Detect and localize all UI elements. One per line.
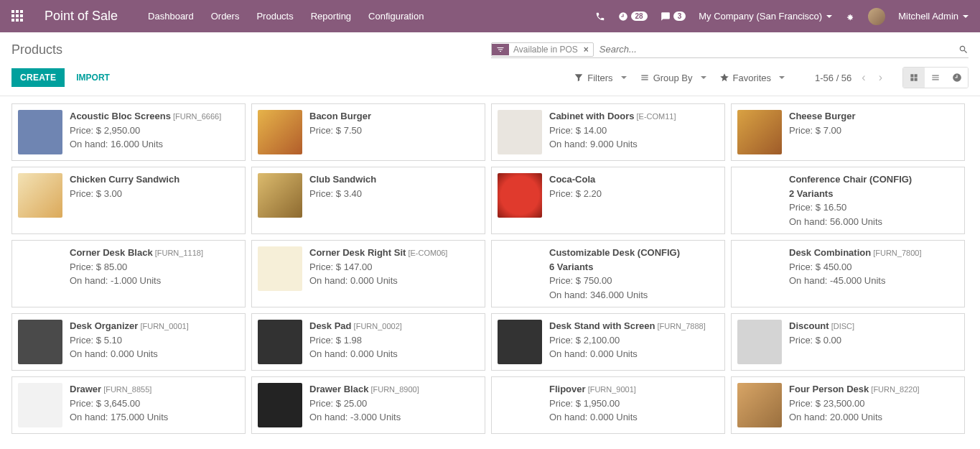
pager: 1-56 / 56 ‹ › [815,68,885,87]
product-code: [E-COM06] [406,249,447,257]
facet-remove[interactable]: × [582,45,593,55]
product-name: Acoustic Bloc Screens [70,111,171,121]
product-card[interactable]: Customizable Desk (CONFIG)6 VariantsPric… [491,240,725,307]
view-kanban[interactable] [903,68,925,88]
control-panel-bottom: CREATE IMPORT Filters Group By Favorites… [0,63,980,96]
product-code: [FURN_7800] [871,249,921,257]
product-thumb [737,173,782,218]
pager-value[interactable]: 1-56 / 56 [815,73,851,83]
product-card[interactable]: Bacon BurgerPrice: $ 7.50 [251,103,485,161]
product-thumb [18,246,62,291]
product-code: [FURN_1118] [153,249,203,257]
product-card[interactable]: Desk Organizer [FURN_0001]Price: $ 5.10O… [11,313,246,371]
product-card[interactable]: Acoustic Bloc Screens [FURN_6666]Price: … [11,103,246,161]
debug-icon[interactable] [845,11,855,22]
product-name: Four Person Desk [789,384,869,394]
activities-count: 28 [631,11,648,21]
activities-icon[interactable]: 28 [618,11,648,22]
product-price: Price: $ 1,950.00 [549,397,638,410]
product-card[interactable]: Drawer Black [FURN_8900]Price: $ 25.00On… [251,376,485,434]
product-card[interactable]: Desk Stand with Screen [FURN_7888]Price:… [491,313,725,371]
user-avatar[interactable] [868,8,885,25]
app-brand[interactable]: Point of Sale [45,9,118,24]
product-price: Price: $ 3,645.00 [70,397,168,410]
product-card[interactable]: Conference Chair (CONFIG)2 VariantsPrice… [731,167,965,234]
product-card[interactable]: Corner Desk Right Sit [E-COM06]Price: $ … [251,240,485,307]
star-icon [719,73,729,83]
product-code: [FURN_8900] [368,385,419,394]
product-code: [FURN_7888] [655,322,705,330]
view-activity[interactable] [946,68,968,88]
search-icon[interactable] [958,44,969,55]
product-name: Customizable Desk (CONFIG) [549,247,680,258]
pager-next[interactable]: › [876,68,885,87]
import-button[interactable]: IMPORT [67,68,118,87]
product-thumb [258,110,302,154]
phone-icon[interactable] [595,11,605,22]
facet-label: Available in POS [509,43,582,56]
product-onhand: On hand: -1.000 Units [70,274,203,287]
funnel-icon [574,73,584,83]
product-price: Price: $ 23,500.00 [789,397,920,410]
product-thumb [737,320,782,364]
product-variants: 6 Variants [549,261,680,274]
product-price: Price: $ 0.00 [789,334,854,347]
product-thumb [498,110,542,154]
product-card[interactable]: Flipover [FURN_9001]Price: $ 1,950.00On … [491,376,725,434]
product-name: Flipover [549,384,586,394]
product-code: [FURN_8855] [101,385,151,394]
discuss-icon[interactable]: 3 [661,11,686,22]
nav-orders[interactable]: Orders [202,11,248,22]
view-list[interactable] [925,68,946,88]
product-thumb [258,383,302,427]
product-code: [FURN_6666] [171,112,221,121]
product-thumb [258,320,302,364]
product-card[interactable]: Cabinet with Doors [E-COM11]Price: $ 14.… [491,103,725,161]
search-bar[interactable]: Available in POS × [491,41,969,58]
product-code: [DISC] [829,322,854,330]
product-price: Price: $ 1.98 [309,334,402,347]
product-card[interactable]: Desk Pad [FURN_0002]Price: $ 1.98On hand… [251,313,485,371]
product-onhand: On hand: 0.000 Units [549,411,638,424]
product-code: [FURN_0002] [352,322,402,330]
product-card[interactable]: Four Person Desk [FURN_8220]Price: $ 23,… [731,376,965,434]
product-card[interactable]: Club SandwichPrice: $ 3.40 [251,167,485,234]
apps-icon[interactable] [11,10,24,23]
control-panel-top: Products Available in POS × [0,32,980,63]
product-price: Price: $ 7.50 [309,124,371,137]
search-input[interactable] [594,41,953,57]
product-thumb [737,246,782,291]
product-name: Club Sandwich [309,174,376,185]
groupby-label: Group By [653,73,693,83]
product-price: Price: $ 85.00 [70,261,203,274]
product-card[interactable]: Corner Desk Black [FURN_1118]Price: $ 85… [11,240,246,307]
groupby-dropdown[interactable]: Group By [640,73,706,83]
favorites-label: Favorites [733,73,771,83]
product-thumb [258,246,302,291]
product-price: Price: $ 2,950.00 [70,124,221,137]
product-card[interactable]: Coca-ColaPrice: $ 2.20 [491,167,725,234]
product-name: Chicken Curry Sandwich [70,174,179,185]
nav-reporting[interactable]: Reporting [302,11,360,22]
product-thumb [18,110,62,154]
product-onhand: On hand: 0.000 Units [309,274,447,287]
user-menu[interactable]: Mitchell Admin [898,11,969,22]
product-card[interactable]: Drawer [FURN_8855]Price: $ 3,645.00On ha… [11,376,246,434]
product-card[interactable]: Chicken Curry SandwichPrice: $ 3.00 [11,167,246,234]
product-onhand: On hand: 56.000 Units [789,216,912,228]
product-card[interactable]: Discount [DISC]Price: $ 0.00 [731,313,965,371]
product-price: Price: $ 2,100.00 [549,334,706,347]
nav-configuration[interactable]: Configuration [360,11,432,22]
pager-prev[interactable]: ‹ [859,68,868,87]
product-card[interactable]: Desk Combination [FURN_7800]Price: $ 450… [731,240,965,307]
favorites-dropdown[interactable]: Favorites [719,73,785,83]
nav-products[interactable]: Products [248,11,302,22]
product-name: Drawer Black [309,384,368,394]
product-card[interactable]: Cheese BurgerPrice: $ 7.00 [731,103,965,161]
create-button[interactable]: CREATE [11,68,65,87]
nav-dashboard[interactable]: Dashboard [139,11,202,22]
product-code: [E-COM11] [634,112,676,121]
company-switcher[interactable]: My Company (San Francisco) [699,11,832,22]
product-thumb [498,383,542,427]
filters-dropdown[interactable]: Filters [574,73,626,83]
